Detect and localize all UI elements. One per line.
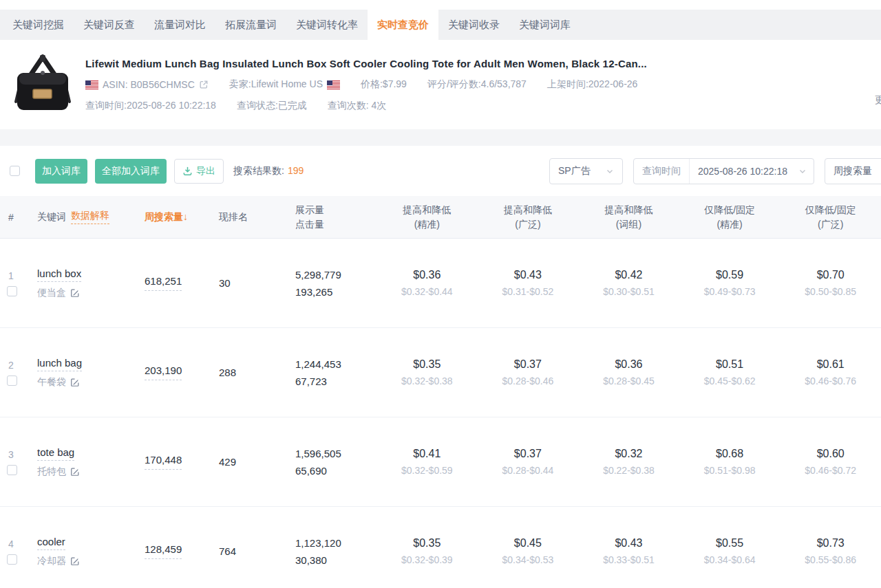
header-bid-line1: 提高和降低 <box>376 203 478 217</box>
add-to-lexicon-button[interactable]: 加入词库 <box>35 159 87 184</box>
bid-range: $0.32-$0.59 <box>376 465 478 476</box>
keyword-text[interactable]: cooler <box>37 536 65 550</box>
edit-icon[interactable] <box>70 288 80 298</box>
header-bid-line2: (词组) <box>578 217 679 232</box>
keyword-text[interactable]: tote bag <box>37 446 74 461</box>
query-time-select[interactable]: 查询时间 2025-08-26 10:22:18 <box>633 158 814 184</box>
bid-value: $0.55 <box>679 537 781 549</box>
row-index-cell: 3 <box>0 449 29 475</box>
row-checkbox[interactable] <box>7 375 17 386</box>
edit-icon[interactable] <box>70 467 80 477</box>
bid-cell: $0.41 $0.32-$0.59 <box>376 448 478 476</box>
weekly-search-value[interactable]: 618,251 <box>145 275 182 291</box>
sort-field-select[interactable]: 周搜索量 <box>825 158 881 184</box>
data-explain-link[interactable]: 数据解释 <box>71 210 109 224</box>
asin-item: ASIN: B0B56CHMSC <box>85 79 209 90</box>
bid-cell: $0.43 $0.31-$0.52 <box>478 269 579 297</box>
bid-value: $0.70 <box>780 269 881 281</box>
tab-item[interactable]: 关键词收录 <box>438 10 509 40</box>
clicks-value: 193,265 <box>295 283 376 301</box>
weekly-search-value[interactable]: 128,459 <box>145 543 182 559</box>
chevron-down-icon <box>606 167 614 175</box>
keyword-translation: 托特包 <box>37 466 132 478</box>
bid-value: $0.37 <box>478 358 579 371</box>
section-divider <box>0 129 881 146</box>
header-bid-line1: 提高和降低 <box>478 203 579 217</box>
tab-item[interactable]: 实时查竞价 <box>368 10 438 40</box>
external-link-icon[interactable] <box>199 80 209 89</box>
ad-type-value: SP广告 <box>558 165 591 177</box>
row-checkbox[interactable] <box>7 465 17 475</box>
bid-cell: $0.68 $0.51-$0.98 <box>679 448 781 476</box>
keyword-cell: lunch bag 午餐袋 <box>29 357 132 389</box>
tab-item[interactable]: 流量词对比 <box>145 10 215 40</box>
bid-value: $0.35 <box>376 358 478 371</box>
tab-item[interactable]: 关键词词库 <box>509 10 580 40</box>
tab-item[interactable]: 拓展流量词 <box>215 10 286 40</box>
bid-value: $0.61 <box>780 358 881 371</box>
header-bid-column: 仅降低/固定 (精准) <box>679 203 781 232</box>
weekly-search-cell: 128,459 <box>132 543 208 559</box>
more-button-partial[interactable]: 更 <box>875 94 881 107</box>
keyword-cell: tote bag 托特包 <box>29 446 132 478</box>
header-bid-line1: 仅降低/固定 <box>780 203 881 217</box>
header-bid-column: 仅降低/固定 (广泛) <box>780 203 881 232</box>
header-weekly-sort[interactable]: 周搜索量↓ <box>132 211 208 224</box>
bid-cell: $0.35 $0.32-$0.39 <box>376 537 478 565</box>
tab-item[interactable]: 关键词反查 <box>74 10 145 40</box>
ad-type-select[interactable]: SP广告 <box>549 158 623 184</box>
bid-range: $0.22-$0.38 <box>578 465 679 476</box>
edit-icon[interactable] <box>70 556 80 566</box>
rank-cell: 288 <box>208 367 273 378</box>
impressions-clicks-cell: 5,298,779 193,265 <box>273 266 376 301</box>
bid-cell: $0.36 $0.28-$0.45 <box>578 358 679 386</box>
rank-cell: 30 <box>208 277 273 289</box>
table-row: 1 lunch box 便当盒 618,251 30 5,298,779 193… <box>0 239 881 328</box>
keyword-text[interactable]: lunch bag <box>37 357 82 371</box>
bid-cell: $0.51 $0.45-$0.62 <box>679 358 781 386</box>
bid-range: $0.32-$0.38 <box>376 375 478 386</box>
tab-label: 关键词转化率 <box>296 19 358 32</box>
bid-value: $0.41 <box>376 448 478 460</box>
results-label: 搜索结果数: <box>233 165 284 176</box>
tab-label: 拓展流量词 <box>225 19 277 32</box>
table-row: 4 cooler 冷却器 128,459 764 1,123,120 30,38… <box>0 507 881 588</box>
table-header: # 关键词 数据解释 周搜索量↓ 现排名 展示量 点击量 提高和降低 (精准) … <box>0 196 881 239</box>
sort-field-value: 周搜索量 <box>834 165 872 177</box>
chevron-down-icon <box>798 167 807 175</box>
bid-value: $0.37 <box>478 448 579 460</box>
bid-range: $0.34-$0.64 <box>679 554 781 565</box>
keyword-translation-text: 午餐袋 <box>37 376 66 389</box>
header-bid-column: 提高和降低 (广泛) <box>478 203 579 232</box>
tab-item[interactable]: 关键词转化率 <box>286 10 368 40</box>
impressions-clicks-cell: 1,596,505 65,690 <box>273 445 376 479</box>
header-bid-line1: 仅降低/固定 <box>679 203 781 217</box>
bid-cell: $0.42 $0.30-$0.51 <box>578 269 679 297</box>
weekly-search-value[interactable]: 170,448 <box>145 454 182 470</box>
product-image <box>12 52 73 113</box>
impressions-value: 1,596,505 <box>295 445 376 462</box>
select-all-checkbox[interactable] <box>10 166 20 176</box>
tab-item[interactable]: 关键词挖掘 <box>3 10 74 40</box>
keyword-text[interactable]: lunch box <box>37 268 81 282</box>
export-button[interactable]: 导出 <box>174 159 224 184</box>
weekly-search-cell: 203,190 <box>132 364 208 380</box>
rank-cell: 764 <box>208 545 273 557</box>
weekly-search-value[interactable]: 203,190 <box>145 364 182 380</box>
header-bid-line2: (精准) <box>679 217 781 232</box>
bid-range: $0.49-$0.73 <box>679 286 781 297</box>
bid-value: $0.43 <box>578 537 679 549</box>
us-flag-icon <box>327 80 340 89</box>
impressions-value: 5,298,779 <box>295 266 376 283</box>
bid-cell: $0.45 $0.34-$0.53 <box>478 537 579 565</box>
bid-cell: $0.32 $0.22-$0.38 <box>578 448 679 476</box>
row-checkbox[interactable] <box>7 554 17 565</box>
table-body: 1 lunch box 便当盒 618,251 30 5,298,779 193… <box>0 239 881 588</box>
row-checkbox[interactable] <box>7 286 17 296</box>
impressions-value: 1,244,453 <box>295 356 376 373</box>
bid-cell: $0.73 $0.55-$0.86 <box>780 537 881 565</box>
add-all-to-lexicon-button[interactable]: 全部加入词库 <box>95 159 167 184</box>
row-index-cell: 2 <box>0 360 29 386</box>
edit-icon[interactable] <box>70 378 80 387</box>
bid-cell: $0.59 $0.49-$0.73 <box>679 269 781 297</box>
